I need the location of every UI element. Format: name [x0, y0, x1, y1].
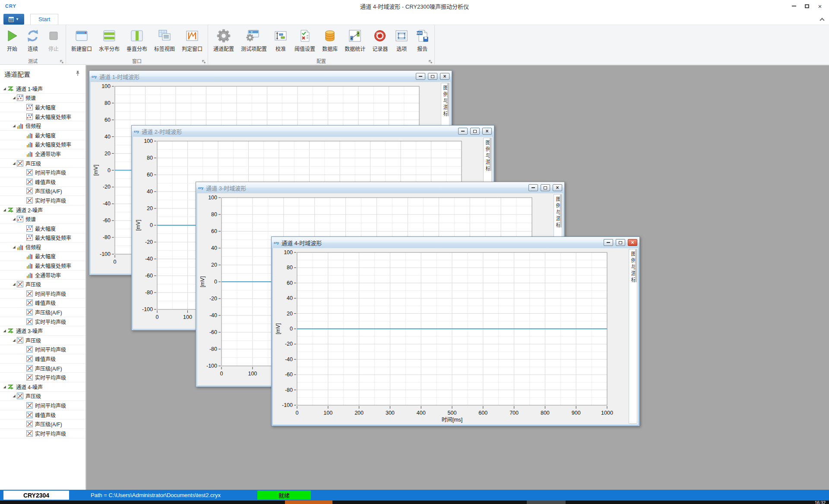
mdi-close-button[interactable]: × [482, 128, 492, 135]
tree-expander-icon[interactable]: ◢ [11, 245, 17, 249]
legend-splitter-handle[interactable] [635, 249, 637, 282]
tree-expander-icon[interactable]: ◢ [11, 394, 17, 398]
dialog-launcher-icon[interactable] [202, 58, 206, 63]
tree-item[interactable]: 实时平均声级 [0, 373, 85, 382]
ribbon-button[interactable]: 标签视图 [151, 25, 178, 53]
ribbon-button[interactable]: DOC报告 [412, 25, 433, 53]
tree-expander-icon[interactable]: ◢ [2, 329, 7, 333]
tree-item[interactable]: ◢倍频程 [0, 243, 85, 252]
tree-item[interactable]: ◢通道 4-噪声 [0, 382, 85, 392]
tree-item[interactable]: 实时平均声级 [0, 196, 85, 205]
ribbon-button[interactable]: 数据库 [319, 25, 341, 53]
tree-item[interactable]: 峰值声级 [0, 354, 85, 364]
tree-item[interactable]: 最大幅度处频率 [0, 112, 85, 122]
tree-item[interactable]: 声压级(A/F) [0, 364, 85, 373]
ribbon-button[interactable]: 新建窗口 [68, 25, 95, 53]
tree-item[interactable]: 全通带功率 [0, 149, 85, 159]
ribbon-button[interactable]: 校准 [270, 25, 291, 53]
tree-item[interactable]: 时间平均声级 [0, 168, 85, 177]
mdi-close-button[interactable]: × [440, 73, 449, 80]
tree-expander-icon[interactable]: ◢ [11, 96, 17, 100]
tree-item[interactable]: ◢通道 1-噪声 [0, 84, 85, 94]
ribbon-collapse-chevron-icon[interactable] [820, 18, 824, 22]
mdi-window-titlebar[interactable]: cry通道 3-时域波形× [196, 182, 564, 193]
mdi-minimize-button[interactable] [458, 128, 468, 135]
tree-item[interactable]: 峰值声级 [0, 177, 85, 187]
legend-splitter-handle[interactable] [490, 138, 491, 171]
mdi-close-button[interactable]: × [553, 184, 562, 191]
tree-item[interactable]: 声压级(A/F) [0, 308, 85, 317]
tree-item[interactable]: 最大幅度处频率 [0, 233, 85, 243]
tree-item[interactable]: 实时平均声级 [0, 317, 85, 327]
tree-item[interactable]: 声压级(A/F) [0, 187, 85, 196]
ribbon-button[interactable]: 通道配置 [210, 25, 237, 53]
ribbon-button[interactable]: 测试项配置 [237, 25, 270, 53]
ribbon-button[interactable]: 阈值设置 [291, 25, 319, 53]
ribbon-button[interactable]: 数据统计 [341, 25, 369, 53]
mdi-restore-button[interactable] [541, 184, 550, 191]
tree-item[interactable]: 峰值声级 [0, 299, 85, 308]
tree-item[interactable]: 时间平均声级 [0, 289, 85, 299]
legend-splitter-handle[interactable] [560, 195, 562, 227]
tree-expander-icon[interactable]: ◢ [11, 282, 17, 286]
tree-item[interactable]: 声压级(A/F) [0, 419, 85, 429]
ribbon-button[interactable]: 水平分布 [95, 25, 123, 53]
tree-item[interactable]: 全通带功率 [0, 271, 85, 280]
tree-expander-icon[interactable]: ◢ [2, 385, 7, 389]
mdi-restore-button[interactable] [428, 73, 437, 80]
tree-item[interactable]: 最大幅度 [0, 131, 85, 140]
mdi-minimize-button[interactable] [604, 239, 613, 246]
tree-item[interactable]: ◢声压级 [0, 392, 85, 401]
mdi-restore-button[interactable] [470, 128, 480, 135]
ribbon-button[interactable]: 记录器 [369, 25, 391, 53]
tree-item[interactable]: 实时平均声级 [0, 429, 85, 438]
mdi-window-titlebar[interactable]: cry通道 1-时域波形× [89, 71, 452, 82]
mdi-close-button[interactable]: × [628, 239, 637, 246]
ribbon-button[interactable]: 垂直分布 [123, 25, 151, 53]
tree-item[interactable]: 最大幅度处频率 [0, 140, 85, 150]
tree-item[interactable]: ◢声压级 [0, 336, 85, 345]
tree-item[interactable]: 时间平均声级 [0, 345, 85, 355]
tree-expander-icon[interactable]: ◢ [11, 124, 17, 128]
mdi-window[interactable]: cry通道 4-时域波形×100806040200-20-40-60-80-10… [271, 236, 640, 426]
mdi-restore-button[interactable] [616, 239, 625, 246]
dialog-launcher-icon[interactable] [60, 58, 64, 63]
legend-cursor-panel[interactable]: 图例与游标 [629, 249, 637, 424]
tree-item[interactable]: 时间平均声级 [0, 401, 85, 410]
tab-start[interactable]: Start [30, 14, 58, 25]
ribbon-button[interactable]: 连续 [22, 25, 43, 53]
ribbon-button[interactable]: 判定窗口 [178, 25, 206, 53]
pin-icon[interactable] [75, 70, 80, 78]
legend-splitter-handle[interactable] [447, 83, 449, 116]
app-menu-button[interactable]: ▼ [3, 14, 24, 25]
ribbon-button[interactable]: 选项 [391, 25, 412, 53]
dialog-launcher-icon[interactable] [428, 58, 433, 63]
tree-expander-icon[interactable]: ◢ [11, 217, 17, 221]
mdi-minimize-button[interactable] [416, 73, 425, 80]
tree-item[interactable]: 最大幅度 [0, 224, 85, 233]
tree-item[interactable]: 最大幅度 [0, 103, 85, 112]
tree-item[interactable]: 峰值声级 [0, 410, 85, 420]
tree-expander-icon[interactable]: ◢ [11, 338, 17, 342]
taskbar-app-gray[interactable] [527, 501, 566, 504]
tree-item[interactable]: ◢频谱 [0, 94, 85, 103]
tree-item[interactable]: ◢倍频程 [0, 121, 85, 131]
tree-expander-icon[interactable]: ◢ [2, 208, 7, 212]
mdi-minimize-button[interactable] [528, 184, 538, 191]
close-icon[interactable]: × [813, 1, 826, 11]
taskbar-app-orange[interactable] [285, 501, 332, 504]
mdi-window-titlebar[interactable]: cry通道 2-时域波形× [132, 126, 494, 137]
tree-item[interactable]: 最大幅度 [0, 252, 85, 261]
tree-item[interactable]: ◢通道 2-噪声 [0, 205, 85, 215]
tree-item[interactable]: 最大幅度处频率 [0, 261, 85, 271]
tree-item[interactable]: ◢通道 3-噪声 [0, 326, 85, 336]
mdi-window-titlebar[interactable]: cry通道 4-时域波形× [272, 237, 639, 248]
ribbon-button[interactable]: 开始 [2, 25, 22, 53]
minimize-icon[interactable] [788, 1, 801, 11]
tree-item[interactable]: ◢声压级 [0, 280, 85, 289]
tree-item[interactable]: ◢声压级 [0, 159, 85, 168]
tree-expander-icon[interactable]: ◢ [2, 87, 7, 91]
tree-expander-icon[interactable]: ◢ [11, 161, 17, 165]
maximize-icon[interactable] [801, 1, 813, 11]
tree-item[interactable]: ◢频谱 [0, 214, 85, 224]
